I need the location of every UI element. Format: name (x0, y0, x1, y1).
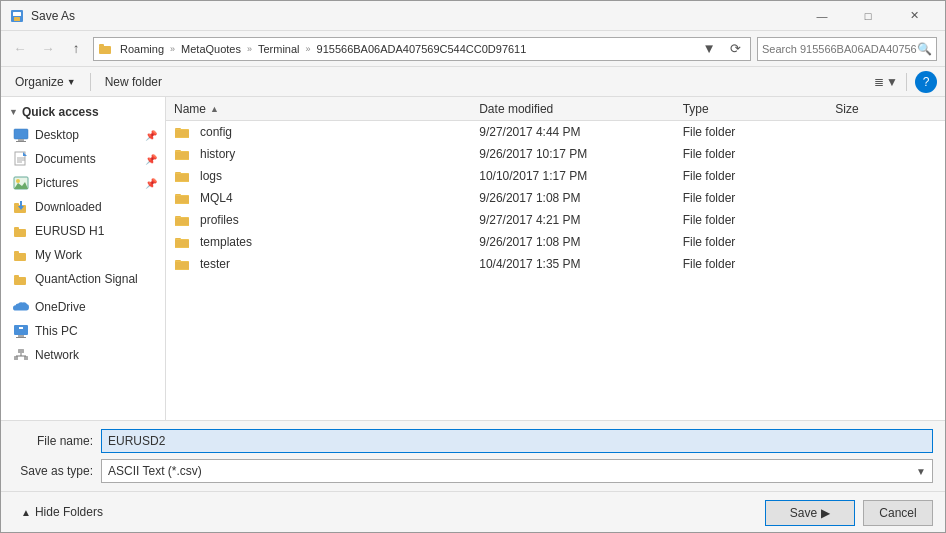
table-row[interactable]: history 9/26/2017 10:17 PM File folder (166, 143, 945, 165)
file-type: File folder (683, 213, 836, 227)
dialog-title: Save As (31, 9, 799, 23)
refresh-button[interactable]: ⟳ (724, 38, 746, 60)
table-row[interactable]: templates 9/26/2017 1:08 PM File folder (166, 231, 945, 253)
svg-rect-43 (175, 151, 189, 159)
documents-icon (13, 151, 29, 167)
sidebar-onedrive-label: OneDrive (35, 300, 86, 314)
svg-rect-6 (18, 139, 24, 141)
bottom-actions: Save ▶ Cancel (765, 496, 933, 528)
table-row[interactable]: logs 10/10/2017 1:17 PM File folder (166, 165, 945, 187)
sidebar-thispc-label: This PC (35, 324, 78, 338)
svg-rect-51 (175, 195, 189, 203)
maximize-button[interactable]: □ (845, 1, 891, 31)
filename-input[interactable] (101, 429, 933, 453)
bottom-panel: File name: Save as type: ASCII Text (*.c… (1, 420, 945, 491)
col-size-header[interactable]: Size (835, 102, 937, 116)
sidebar-item-downloaded[interactable]: Downloaded (1, 195, 165, 219)
crumb-metaquotes[interactable]: MetaQuotes (177, 42, 245, 56)
table-row[interactable]: profiles 9/27/2017 4:21 PM File folder (166, 209, 945, 231)
crumb-terminal[interactable]: Terminal (254, 42, 304, 56)
eurusd-icon (13, 223, 29, 239)
svg-rect-21 (14, 227, 19, 230)
quick-access-header[interactable]: ▼ Quick access (1, 101, 165, 123)
address-bar[interactable]: Roaming » MetaQuotes » Terminal » 915566… (93, 37, 751, 61)
crumb-roaming[interactable]: Roaming (116, 42, 168, 56)
up-button[interactable]: ↑ (65, 38, 87, 60)
folder-icon (174, 212, 190, 228)
view-dropdown-arrow: ▼ (886, 75, 898, 89)
svg-rect-47 (175, 173, 189, 181)
search-bar[interactable]: 🔍 (757, 37, 937, 61)
cancel-label: Cancel (879, 506, 916, 520)
folder-icon (174, 168, 190, 184)
new-folder-button[interactable]: New folder (99, 73, 168, 91)
save-button[interactable]: Save ▶ (765, 500, 855, 526)
minimize-button[interactable]: — (799, 1, 845, 31)
filetype-select[interactable]: ASCII Text (*.csv) ▼ (101, 459, 933, 483)
sidebar-item-onedrive[interactable]: OneDrive (1, 295, 165, 319)
sort-arrow: ▲ (210, 104, 219, 114)
folder-icon (174, 256, 190, 272)
sidebar-item-pictures[interactable]: Pictures 📌 (1, 171, 165, 195)
sidebar: ▼ Quick access Desktop 📌 (1, 97, 166, 420)
table-row[interactable]: tester 10/4/2017 1:35 PM File folder (166, 253, 945, 275)
save-label: Save (790, 506, 817, 520)
search-icon: 🔍 (917, 42, 932, 56)
quick-access-section: ▼ Quick access Desktop 📌 (1, 101, 165, 291)
network-icon (13, 347, 29, 363)
filename-row: File name: (13, 429, 933, 453)
quick-access-label: Quick access (22, 105, 99, 119)
address-dropdown-button[interactable]: ▼ (698, 38, 720, 60)
file-type: File folder (683, 191, 836, 205)
toolbar-separator (90, 73, 91, 91)
col-name-header[interactable]: Name ▲ (174, 102, 479, 116)
sidebar-item-eurusd[interactable]: EURUSD H1 (1, 219, 165, 243)
organize-button[interactable]: Organize ▼ (9, 73, 82, 91)
hide-folders-chevron: ▲ (21, 507, 31, 518)
help-button[interactable]: ? (915, 71, 937, 93)
svg-rect-29 (19, 327, 23, 329)
cancel-button[interactable]: Cancel (863, 500, 933, 526)
quick-access-chevron: ▼ (9, 107, 18, 117)
table-row[interactable]: config 9/27/2017 4:44 PM File folder (166, 121, 945, 143)
sidebar-item-thispc[interactable]: This PC (1, 319, 165, 343)
titlebar: Save As — □ ✕ (1, 1, 945, 31)
navigation-toolbar: ← → ↑ Roaming » MetaQuotes » Terminal » … (1, 31, 945, 67)
view-separator (906, 73, 907, 91)
close-button[interactable]: ✕ (891, 1, 937, 31)
filetype-label: Save as type: (13, 464, 93, 478)
titlebar-buttons: — □ ✕ (799, 1, 937, 31)
col-date-header[interactable]: Date modified (479, 102, 682, 116)
search-input[interactable] (762, 43, 917, 55)
pictures-pin-icon: 📌 (145, 178, 157, 189)
desktop-icon (13, 127, 29, 143)
svg-rect-24 (14, 277, 26, 285)
sidebar-item-desktop[interactable]: Desktop 📌 (1, 123, 165, 147)
svg-rect-63 (175, 261, 189, 269)
sidebar-item-network[interactable]: Network (1, 343, 165, 367)
file-date: 9/27/2017 4:21 PM (479, 213, 682, 227)
hide-folders-button[interactable]: ▲ Hide Folders (13, 501, 111, 523)
svg-rect-22 (14, 253, 26, 261)
dialog-icon (9, 8, 25, 24)
file-list: config 9/27/2017 4:44 PM File folder his… (166, 121, 945, 420)
svg-rect-3 (99, 46, 111, 54)
forward-button[interactable]: → (37, 38, 59, 60)
table-row[interactable]: MQL4 9/26/2017 1:08 PM File folder (166, 187, 945, 209)
sidebar-item-documents[interactable]: Documents 📌 (1, 147, 165, 171)
actions-bar: ▲ Hide Folders Save ▶ Cancel (1, 491, 945, 532)
crumb-hash[interactable]: 915566BA06ADA407569C544CC0D97611 (313, 42, 531, 56)
view-toggle-button[interactable]: ≣ ▼ (874, 75, 898, 89)
sidebar-item-quantaction[interactable]: QuantAction Signal (1, 267, 165, 291)
sidebar-pictures-label: Pictures (35, 176, 78, 190)
col-type-header[interactable]: Type (683, 102, 836, 116)
svg-rect-27 (18, 335, 24, 337)
sidebar-mywork-label: My Work (35, 248, 82, 262)
file-area: Name ▲ Date modified Type Size (166, 97, 945, 420)
hide-folders-label: Hide Folders (35, 505, 103, 519)
sidebar-item-mywork[interactable]: My Work (1, 243, 165, 267)
save-as-dialog: Save As — □ ✕ ← → ↑ Roaming » MetaQuotes… (0, 0, 946, 533)
sidebar-eurusd-label: EURUSD H1 (35, 224, 104, 238)
back-button[interactable]: ← (9, 38, 31, 60)
filetype-value: ASCII Text (*.csv) (108, 464, 202, 478)
